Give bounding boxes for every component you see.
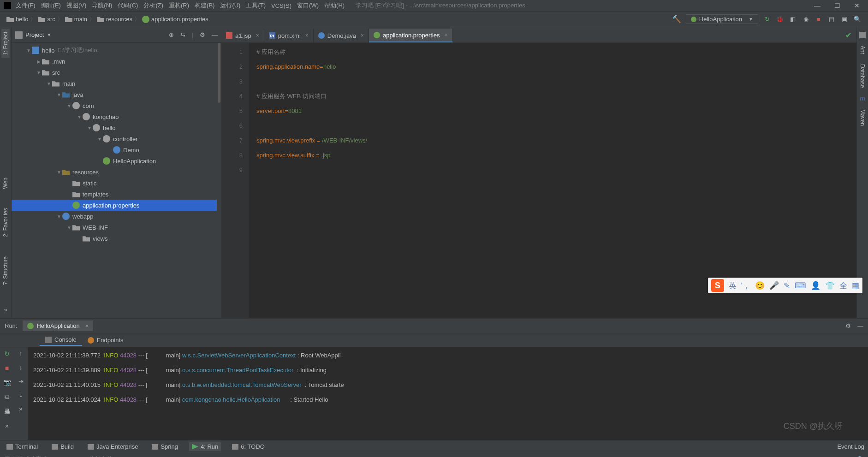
search-icon[interactable]: 🔍 [853, 15, 862, 24]
ime-lang[interactable]: 英 [729, 280, 737, 291]
endpoints-tab[interactable]: Endpoints [82, 335, 129, 345]
mic-icon[interactable]: 🎤 [769, 281, 779, 291]
person-icon[interactable]: 👤 [811, 281, 820, 291]
build-tab[interactable]: Build [49, 442, 77, 451]
menu-refactor[interactable]: 重构(R) [169, 1, 189, 10]
stop-icon[interactable]: ■ [5, 364, 9, 372]
close-icon[interactable]: × [305, 32, 309, 39]
menu-help[interactable]: 帮助(H) [324, 1, 345, 10]
tree-node[interactable]: ▼helloE:\学习吧\hello [12, 45, 221, 56]
gear-icon[interactable]: ⚙ [845, 322, 851, 329]
scrollbar-thumb[interactable] [218, 43, 220, 103]
collapse-icon[interactable]: ⇆ [180, 31, 185, 38]
tree-node[interactable]: ▼main [12, 78, 221, 89]
menu-code[interactable]: 代码(C) [118, 1, 138, 10]
tree-node[interactable]: views [12, 233, 221, 244]
coverage-icon[interactable]: ◧ [789, 15, 797, 24]
maven-tool-tab[interactable]: Maven [858, 107, 867, 129]
run-config-selector[interactable]: HelloApplication ▼ [686, 14, 758, 24]
breadcrumb[interactable]: hello〉 src〉 main〉 resources〉 application… [4, 15, 211, 24]
tree-node[interactable]: ▼controller [12, 133, 221, 144]
tree-node[interactable]: HelloApplication [12, 155, 221, 166]
shirt-icon[interactable]: 👕 [825, 281, 835, 291]
stop-icon[interactable]: ■ [814, 15, 823, 24]
wrap-icon[interactable]: ⇥ [18, 378, 24, 385]
chevron-down-icon[interactable]: ▼ [47, 32, 51, 37]
close-icon[interactable]: × [361, 32, 364, 39]
console-tab[interactable]: Console [40, 334, 82, 346]
favorites-tool-tab[interactable]: 2: Favorites [1, 205, 10, 240]
editor-tab[interactable]: application.properties× [369, 29, 453, 42]
more-icon[interactable]: » [19, 405, 22, 412]
minimize-icon[interactable]: — [814, 2, 820, 9]
console-output[interactable]: 2021-10-02 21:11:39.772 INFO 44028 --- [… [28, 347, 868, 440]
ime-toolbar[interactable]: S 英 '， 😊 🎤 ✎ ⌨ 👤 👕 全 ▦ [708, 278, 862, 293]
tree-node[interactable]: static [12, 178, 221, 189]
todo-tab[interactable]: 6: TODO [229, 442, 268, 451]
tree-node[interactable]: ▼com [12, 100, 221, 111]
tree-node[interactable]: templates [12, 189, 221, 200]
pencil-icon[interactable]: ✎ [784, 281, 790, 291]
project-panel-title[interactable]: Project [25, 31, 44, 38]
event-log-tab[interactable]: Event Log [837, 443, 864, 450]
tree-node[interactable]: ▶.mvn [12, 56, 221, 67]
java-enterprise-tab[interactable]: Java Enterprise [85, 442, 141, 451]
code-editor[interactable]: 123456789 # 应用名称spring.application.name=… [221, 43, 856, 318]
tree-node[interactable]: ▼resources [12, 166, 221, 178]
more-icon[interactable]: » [4, 306, 7, 313]
structure-icon[interactable]: ▣ [840, 15, 849, 24]
menu-file[interactable]: 文件(F) [16, 1, 36, 10]
locate-icon[interactable]: ⊕ [169, 31, 174, 38]
editor-tab[interactable]: a1.jsp× [221, 29, 264, 42]
web-tool-tab[interactable]: Web [1, 175, 10, 191]
print-icon[interactable]: 🖶 [4, 408, 10, 415]
tree-node[interactable]: application.properties [12, 200, 221, 211]
tree-node[interactable]: Demo [12, 144, 221, 155]
close-icon[interactable]: × [445, 32, 448, 38]
menu-analyze[interactable]: 分析(Z) [143, 1, 163, 10]
run-tab[interactable]: 4: Run [189, 442, 221, 451]
menu-tools[interactable]: 工具(T) [246, 1, 266, 10]
tree-node[interactable]: ▼src [12, 67, 221, 78]
grid-icon[interactable]: ▦ [852, 281, 859, 291]
menu-window[interactable]: 窗口(W) [297, 1, 319, 10]
run-icon[interactable]: ↻ [763, 15, 771, 24]
layout-icon[interactable]: ⧉ [5, 393, 9, 401]
menu-view[interactable]: 视图(V) [66, 1, 86, 10]
menu-nav[interactable]: 导航(N) [92, 1, 112, 10]
more-icon[interactable]: » [5, 422, 9, 429]
tree-node[interactable]: ▼java [12, 89, 221, 100]
ant-tool-tab[interactable]: Ant [858, 43, 867, 57]
hide-icon[interactable]: — [857, 322, 863, 329]
up-icon[interactable]: ↑ [19, 350, 23, 357]
editor-tab[interactable]: Demo.java× [314, 29, 369, 42]
camera-icon[interactable]: 📷 [3, 379, 11, 386]
project-tree[interactable]: ▼helloE:\学习吧\hello▶.mvn▼src▼main▼java▼co… [12, 43, 221, 318]
close-icon[interactable]: × [85, 322, 89, 329]
rerun-icon[interactable]: ↻ [4, 350, 10, 357]
ime-full[interactable]: 全 [839, 280, 847, 291]
code-content[interactable]: # 应用名称spring.application.name=hello# 应用服… [249, 43, 856, 318]
run-config-tab[interactable]: HelloApplication × [23, 320, 93, 331]
close-icon[interactable]: ✕ [854, 2, 860, 9]
menu-run[interactable]: 运行(U) [220, 1, 240, 10]
profile-icon[interactable]: ◉ [802, 15, 810, 24]
database-tool-tab[interactable]: Database [858, 61, 867, 90]
menu-vcs[interactable]: VCS(S) [271, 2, 291, 9]
gear-icon[interactable]: ⚙ [200, 31, 205, 38]
structure-tool-tab[interactable]: 7: Structure [1, 254, 10, 288]
ime-comma[interactable]: '， [741, 280, 750, 291]
project-tool-tab[interactable]: 1: Project [1, 29, 10, 58]
editor-tab[interactable]: mpom.xml× [264, 29, 314, 42]
terminal-tab[interactable]: Terminal [4, 442, 41, 451]
menu-build[interactable]: 构建(B) [195, 1, 214, 10]
spring-tab[interactable]: Spring [149, 442, 181, 451]
keyboard-icon[interactable]: ⌨ [795, 281, 806, 291]
close-icon[interactable]: × [256, 32, 259, 39]
scroll-icon[interactable]: ⤓ [18, 392, 24, 398]
build-icon[interactable]: 🔨 [672, 15, 681, 24]
maximize-icon[interactable]: ☐ [834, 2, 840, 9]
tree-node[interactable]: ▼hello [12, 122, 221, 133]
update-icon[interactable]: ▤ [827, 15, 836, 24]
tree-node[interactable]: ▼WEB-INF [12, 222, 221, 233]
